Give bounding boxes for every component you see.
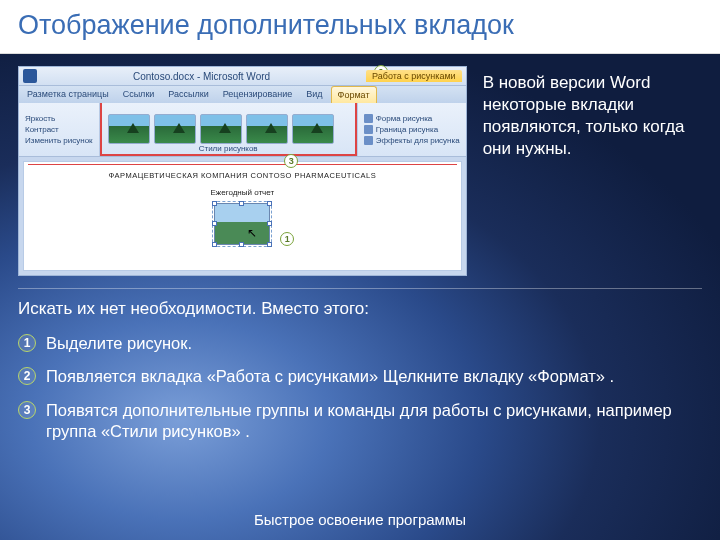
tab-references: Ссылки	[117, 86, 161, 103]
style-thumb	[292, 114, 334, 144]
footer-text: Быстрое освоение программы	[0, 511, 720, 528]
change-picture-label: Изменить рисунок	[25, 136, 93, 145]
shape-icon	[364, 114, 373, 123]
step-number: 3	[18, 401, 36, 419]
style-thumb	[108, 114, 150, 144]
picture-styles-gallery: Стили рисунков	[100, 103, 357, 156]
side-description: В новой версии Word некоторые вкладки по…	[483, 66, 702, 276]
word-titlebar: Contoso.docx - Microsoft Word 2 Работа с…	[19, 67, 466, 86]
selected-picture: ↖ 1	[214, 203, 270, 245]
style-thumb	[246, 114, 288, 144]
step-text: Выделите рисунок.	[46, 333, 192, 354]
step-number: 1	[18, 334, 36, 352]
border-icon	[364, 125, 373, 134]
step-2: 2 Появляется вкладка «Работа с рисунками…	[18, 360, 702, 393]
picture-effects-label: Эффекты для рисунка	[376, 136, 460, 145]
callout-1-marker: 1	[280, 232, 294, 246]
picture-border-label: Граница рисунка	[376, 125, 438, 134]
contextual-tab-label: Работа с рисунками	[366, 70, 462, 82]
ribbon-group-adjust: Яркость Контраст Изменить рисунок	[19, 103, 100, 156]
picture-shape-label: Форма рисунка	[376, 114, 433, 123]
tab-mailings: Рассылки	[162, 86, 214, 103]
word-app-icon	[23, 69, 37, 83]
tab-review: Рецензирование	[217, 86, 299, 103]
tab-format: Формат	[331, 86, 377, 103]
tab-view: Вид	[300, 86, 328, 103]
callout-3-marker: 3	[284, 154, 298, 168]
doc-heading: ФАРМАЦЕВТИЧЕСКАЯ КОМПАНИЯ CONTOSO PHARMA…	[24, 171, 461, 180]
style-thumb	[154, 114, 196, 144]
contrast-label: Контраст	[25, 125, 93, 134]
step-1: 1 Выделите рисунок.	[18, 327, 702, 360]
ribbon: Яркость Контраст Изменить рисунок Стили …	[19, 103, 466, 157]
word-filename: Contoso.docx - Microsoft Word	[41, 71, 362, 82]
tab-page-layout: Разметка страницы	[21, 86, 115, 103]
step-3: 3 Появятся дополнительные группы и коман…	[18, 394, 702, 449]
document-area: ФАРМАЦЕВТИЧЕСКАЯ КОМПАНИЯ CONTOSO PHARMA…	[23, 161, 462, 271]
ribbon-group-picture-shape: Форма рисунка Граница рисунка Эффекты дл…	[357, 103, 466, 156]
steps-intro: Искать их нет необходимости. Вместо этог…	[0, 289, 720, 323]
style-thumb	[200, 114, 242, 144]
steps-list: 1 Выделите рисунок. 2 Появляется вкладка…	[0, 323, 720, 449]
step-number: 2	[18, 367, 36, 385]
ribbon-tabs: Разметка страницы Ссылки Рассылки Реценз…	[19, 86, 466, 103]
word-screenshot: Contoso.docx - Microsoft Word 2 Работа с…	[18, 66, 467, 276]
brightness-label: Яркость	[25, 114, 93, 123]
cursor-icon: ↖	[247, 226, 257, 240]
doc-subheading: Ежегодный отчет	[24, 188, 461, 197]
slide-title: Отображение дополнительных вкладок	[0, 0, 720, 54]
effects-icon	[364, 136, 373, 145]
step-text: Появятся дополнительные группы и команды…	[46, 400, 702, 443]
step-text: Появляется вкладка «Работа с рисунками» …	[46, 366, 614, 387]
gallery-label: Стили рисунков	[102, 144, 355, 153]
